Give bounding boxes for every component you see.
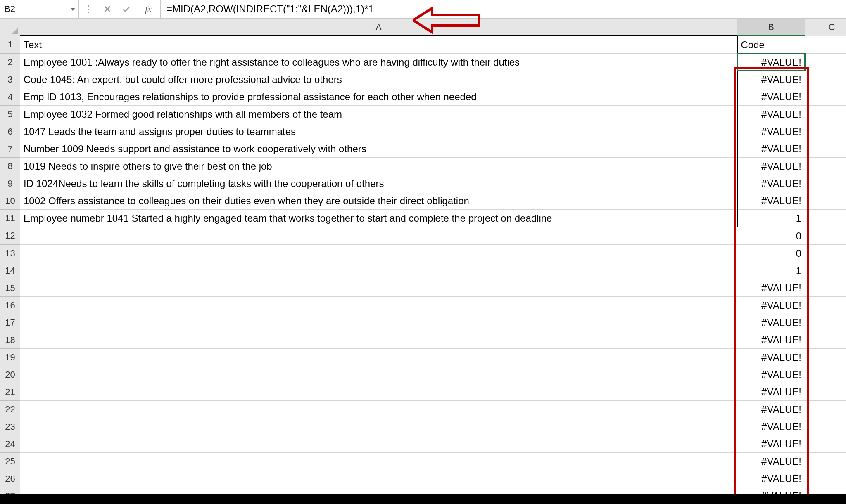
cell-B13[interactable]: 0 [737,245,805,262]
cell-B17[interactable]: #VALUE! [737,314,805,331]
cell-B24[interactable]: #VALUE! [737,435,805,453]
cell-C26[interactable] [805,470,846,487]
cell-C6[interactable] [805,123,846,140]
cell-C9[interactable] [805,175,846,192]
enter-icon[interactable] [117,0,136,18]
row-header-18[interactable]: 18 [0,331,20,349]
cell-A25[interactable] [20,453,737,470]
cell-B22[interactable]: #VALUE! [737,401,805,418]
fx-label[interactable]: fx [136,0,161,18]
cell-C2[interactable] [805,54,846,71]
cell-B16[interactable]: #VALUE! [737,297,805,314]
cell-A11[interactable]: Employee numebr 1041 Started a highly en… [20,210,737,227]
cell-B12[interactable]: 0 [737,227,805,245]
cell-A4[interactable]: Emp ID 1013, Encourages relationships to… [20,88,737,106]
cell-B14[interactable]: 1 [737,262,805,279]
cell-A24[interactable] [20,435,737,453]
cell-C1[interactable] [805,36,846,54]
row-header-4[interactable]: 4 [0,88,20,106]
cell-A19[interactable] [20,349,737,366]
row-header-16[interactable]: 16 [0,297,20,314]
cell-A12[interactable] [20,227,737,245]
row-header-15[interactable]: 15 [0,279,20,297]
cell-A13[interactable] [20,245,737,262]
cell-A16[interactable] [20,297,737,314]
cell-B15[interactable]: #VALUE! [737,279,805,297]
row-header-7[interactable]: 7 [0,140,20,158]
cell-A2[interactable]: Employee 1001 :Always ready to offer the… [20,54,737,71]
cell-B2[interactable]: #VALUE! [737,54,805,71]
cell-A5[interactable]: Employee 1032 Formed good relationships … [20,106,737,123]
row-header-12[interactable]: 12 [0,227,20,245]
row-header-1[interactable]: 1 [0,36,20,54]
row-header-25[interactable]: 25 [0,453,20,470]
cell-A23[interactable] [20,418,737,435]
cell-A26[interactable] [20,470,737,487]
cell-A20[interactable] [20,366,737,383]
cell-A15[interactable] [20,279,737,297]
select-all-corner[interactable] [0,19,20,36]
cell-B25[interactable]: #VALUE! [737,453,805,470]
cell-B3[interactable]: #VALUE! [737,71,805,88]
chevron-down-icon[interactable] [70,8,75,11]
cell-C7[interactable] [805,140,846,158]
cell-A14[interactable] [20,262,737,279]
row-header-23[interactable]: 23 [0,418,20,435]
cell-C10[interactable] [805,192,846,210]
cell-A21[interactable] [20,383,737,401]
cell-A1[interactable]: Text [20,36,737,54]
dots-icon[interactable]: ⋮ [79,0,98,18]
row-header-2[interactable]: 2 [0,54,20,71]
row-header-5[interactable]: 5 [0,106,20,123]
cell-B23[interactable]: #VALUE! [737,418,805,435]
cell-C20[interactable] [805,366,846,383]
row-header-13[interactable]: 13 [0,245,20,262]
row-header-3[interactable]: 3 [0,71,20,88]
row-header-17[interactable]: 17 [0,314,20,331]
cell-B10[interactable]: #VALUE! [737,192,805,210]
cell-B8[interactable]: #VALUE! [737,158,805,175]
cell-B7[interactable]: #VALUE! [737,140,805,158]
cell-B18[interactable]: #VALUE! [737,331,805,349]
cell-C14[interactable] [805,262,846,279]
cell-C23[interactable] [805,418,846,435]
cell-B5[interactable]: #VALUE! [737,106,805,123]
cell-B21[interactable]: #VALUE! [737,383,805,401]
cell-A8[interactable]: 1019 Needs to inspire others to give the… [20,158,737,175]
row-header-9[interactable]: 9 [0,175,20,192]
cell-C25[interactable] [805,453,846,470]
cell-B26[interactable]: #VALUE! [737,470,805,487]
cell-C15[interactable] [805,279,846,297]
row-header-20[interactable]: 20 [0,366,20,383]
cell-A7[interactable]: Number 1009 Needs support and assistance… [20,140,737,158]
cell-C11[interactable] [805,210,846,227]
column-header-C[interactable]: C [805,19,846,36]
cell-A17[interactable] [20,314,737,331]
cell-B1[interactable]: Code [737,36,805,54]
row-header-21[interactable]: 21 [0,383,20,401]
cancel-icon[interactable] [98,0,117,18]
cell-C18[interactable] [805,331,846,349]
row-header-19[interactable]: 19 [0,349,20,366]
cell-B11[interactable]: 1 [737,210,805,227]
cell-C3[interactable] [805,71,846,88]
cell-A9[interactable]: ID 1024Needs to learn the skills of comp… [20,175,737,192]
row-header-22[interactable]: 22 [0,401,20,418]
row-header-26[interactable]: 26 [0,470,20,487]
cell-C12[interactable] [805,227,846,245]
spreadsheet-grid[interactable]: ABC1TextCode2Employee 1001 :Always ready… [0,19,846,504]
cell-C21[interactable] [805,383,846,401]
cell-B19[interactable]: #VALUE! [737,349,805,366]
cell-C8[interactable] [805,158,846,175]
row-header-10[interactable]: 10 [0,192,20,210]
row-header-8[interactable]: 8 [0,158,20,175]
cell-B4[interactable]: #VALUE! [737,88,805,106]
cell-A22[interactable] [20,401,737,418]
cell-A3[interactable]: Code 1045: An expert, but could offer mo… [20,71,737,88]
cell-A10[interactable]: 1002 Offers assistance to colleagues on … [20,192,737,210]
column-header-B[interactable]: B [737,19,805,36]
name-box[interactable]: B2 [0,0,79,18]
cell-C16[interactable] [805,297,846,314]
cell-C5[interactable] [805,106,846,123]
formula-input[interactable]: =MID(A2,ROW(INDIRECT("1:"&LEN(A2))),1)*1 [161,0,846,18]
